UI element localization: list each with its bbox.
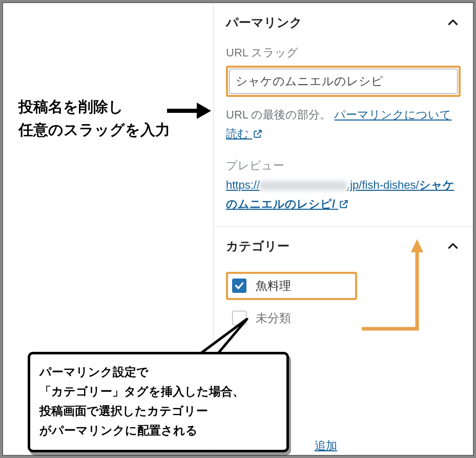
chevron-up-icon: [445, 238, 461, 254]
redacted-domain: [260, 181, 347, 190]
slug-input-highlight: [226, 66, 461, 97]
chevron-up-icon: [445, 15, 461, 30]
category-item: 未分類: [226, 307, 461, 329]
external-link-icon: [253, 125, 262, 144]
permalink-section-header[interactable]: パーマリンク: [226, 12, 461, 36]
annotation-text-top: 投稿名を削除し 任意のスラッグを入力: [18, 95, 170, 142]
bubble-line: 「カテゴリー」タグを挿入した場合、: [39, 385, 244, 398]
annotation-line: 投稿名を削除し: [18, 98, 123, 115]
category-item-highlight: 魚料理: [226, 272, 357, 300]
categories-section-header[interactable]: カテゴリー: [226, 236, 461, 260]
bubble-line: パーマリンク設定で: [39, 365, 149, 379]
url-prefix: https://: [226, 178, 260, 191]
help-text-prefix: URL の最後の部分。: [226, 108, 334, 121]
categories-title: カテゴリー: [226, 238, 289, 254]
slug-input[interactable]: [229, 69, 458, 94]
category-label: 魚料理: [256, 278, 291, 294]
category-checkbox[interactable]: [232, 278, 246, 293]
preview-url: https://.jp/fish-dishes/シャケのムニエルのレシピ/: [226, 175, 461, 215]
permalink-section: パーマリンク URL スラッグ URL の最後の部分。 パーマリンクについて読む…: [214, 3, 473, 227]
slug-field-label: URL スラッグ: [226, 45, 461, 61]
annotation-speech-bubble: パーマリンク設定で 「カテゴリー」タグを挿入した場合、 投稿画面で選択したカテゴ…: [28, 352, 304, 458]
preview-url-link[interactable]: https://.jp/fish-dishes/シャケのムニエルのレシピ/: [226, 178, 454, 210]
annotation-line: 任意のスラッグを入力: [18, 122, 170, 138]
url-suffix: .jp/fish-dishes/: [347, 178, 419, 191]
slug-help-text: URL の最後の部分。 パーマリンクについて読む: [226, 105, 461, 145]
screenshot-frame: 投稿名を削除し 任意のスラッグを入力 パーマリンク URL スラッグ URL の…: [2, 2, 474, 456]
category-label: 未分類: [256, 310, 291, 326]
preview-label: プレビュー: [226, 158, 461, 173]
bubble-line: がパーマリンクに配置される: [39, 424, 198, 437]
external-link-icon: [339, 195, 348, 214]
bubble-line: 投稿画面で選択したカテゴリー: [39, 404, 208, 417]
add-category-link[interactable]: 追加: [315, 438, 337, 453]
arrow-right-icon: [167, 104, 212, 118]
permalink-title: パーマリンク: [226, 14, 302, 31]
bubble-body: パーマリンク設定で 「カテゴリー」タグを挿入した場合、 投稿画面で選択したカテゴ…: [28, 352, 289, 452]
categories-list: 魚料理 未分類: [226, 272, 461, 329]
